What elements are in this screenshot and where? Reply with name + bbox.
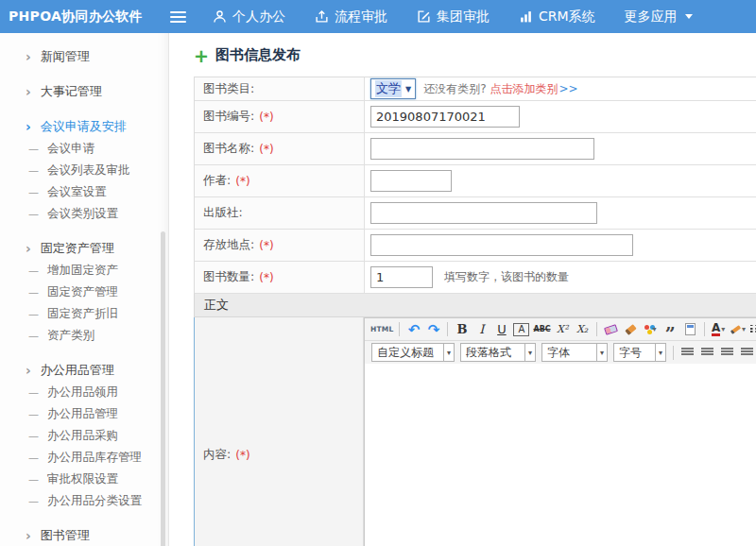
- sidebar-scrollbar[interactable]: [161, 231, 165, 546]
- dash-icon: —: [28, 264, 39, 277]
- sidebar-group-office-supplies[interactable]: › 办公用品管理: [0, 359, 168, 382]
- topbar-item-group-approval[interactable]: 集团审批: [417, 9, 490, 26]
- edit-square-icon: [417, 9, 431, 24]
- paragraph-format-select[interactable]: 段落格式 ▾: [460, 343, 536, 362]
- bold-button[interactable]: B: [454, 321, 470, 338]
- font-family-select[interactable]: 字体 ▾: [541, 343, 608, 362]
- form-row-book-name: 图书名称: (*): [195, 133, 756, 165]
- publisher-input[interactable]: [370, 202, 597, 224]
- sidebar-item-supplies-claim[interactable]: — 办公用品领用: [0, 382, 168, 403]
- chevron-right-icon: ›: [26, 50, 31, 63]
- add-category-link[interactable]: 点击添加类别: [490, 81, 558, 97]
- rich-text-editor: HTML ↶ ↷ B I U A ABC X² X₂ ▾ ”: [364, 317, 756, 546]
- user-icon: [213, 9, 227, 24]
- sidebar-item-asset-manage[interactable]: — 固定资产管理: [0, 282, 168, 303]
- dash-icon: —: [28, 208, 39, 220]
- align-left-icon: [681, 348, 694, 357]
- book-form: 图书类目: 文学 ▼ 还没有类别? 点击添加类别 >> 图书编号: (*): [194, 77, 756, 294]
- field-label-text: 图书编号:: [203, 109, 254, 125]
- paste-button[interactable]: [682, 321, 698, 338]
- align-center-button[interactable]: [699, 344, 715, 361]
- dash-icon: —: [28, 473, 39, 486]
- quantity-hint: 填写数字，该图书的数量: [444, 269, 569, 285]
- sidebar-group-label: 固定资产管理: [41, 240, 114, 257]
- sidebar-group-label: 大事记管理: [41, 83, 102, 100]
- quantity-input[interactable]: [370, 266, 433, 288]
- page-title-text: 图书信息发布: [215, 46, 301, 64]
- sidebar-item-asset-add[interactable]: — 增加固定资产: [0, 260, 168, 282]
- align-right-button[interactable]: [719, 344, 735, 361]
- undo-button[interactable]: ↶: [405, 321, 421, 338]
- sidebar-item-approval-permission[interactable]: — 审批权限设置: [0, 469, 168, 490]
- subscript-button[interactable]: X₂: [575, 321, 591, 338]
- sidebar-group-news[interactable]: › 新闻管理: [0, 45, 168, 68]
- sidebar-group-meeting[interactable]: › 会议申请及安排: [0, 115, 168, 138]
- strikethrough-button[interactable]: ABC: [533, 321, 550, 338]
- sidebar-group-books[interactable]: › 图书管理: [0, 524, 168, 546]
- toolbar-separator: [399, 322, 400, 336]
- sidebar-item-supplies-manage[interactable]: — 办公用品管理: [0, 403, 168, 425]
- align-justify-icon: [741, 348, 753, 357]
- font-color-button[interactable]: A▾: [711, 321, 727, 338]
- caret-down-icon: [685, 14, 693, 19]
- eraser-button[interactable]: [603, 321, 619, 338]
- caret-down-icon: ▾: [653, 325, 657, 333]
- format-painter-button[interactable]: ▾: [643, 321, 659, 338]
- field-value: 填写数字，该图书的数量: [365, 266, 756, 288]
- topbar-item-label: 更多应用: [625, 9, 678, 26]
- sidebar-group-fixed-assets[interactable]: › 固定资产管理: [0, 237, 168, 260]
- field-label-text: 图书类目:: [203, 81, 254, 97]
- topbar-item-crm-system[interactable]: CRM系统: [519, 9, 595, 26]
- topbar-item-personal-office[interactable]: 个人办公: [213, 9, 285, 26]
- sidebar-item-supplies-category[interactable]: — 办公用品分类设置: [0, 490, 168, 512]
- sidebar-item-asset-depreciation[interactable]: — 固定资产折旧: [0, 303, 168, 325]
- highlight-color-button[interactable]: ▾: [730, 321, 747, 338]
- sidebar-item-label: 会议列表及审批: [47, 162, 130, 179]
- field-label-text: 作者:: [203, 173, 231, 189]
- topbar-item-workflow-approval[interactable]: 流程审批: [315, 9, 387, 26]
- clean-format-button[interactable]: [623, 321, 639, 338]
- chevron-right-icon: ›: [26, 85, 31, 98]
- sidebar-item-asset-category[interactable]: — 资产类别: [0, 325, 168, 347]
- heading-select[interactable]: 自定义标题 ▾: [371, 343, 455, 362]
- field-label-text: 图书名称:: [203, 141, 254, 157]
- ordered-list-icon: [750, 325, 756, 334]
- blockquote-button[interactable]: ”: [662, 321, 679, 338]
- book-number-input[interactable]: [370, 106, 520, 128]
- sidebar-item-meeting-room-setting[interactable]: — 会议室设置: [0, 181, 168, 203]
- author-input[interactable]: [370, 170, 452, 192]
- add-category-arrows[interactable]: >>: [559, 82, 578, 95]
- sidebar-item-meeting-category-setting[interactable]: — 会议类别设置: [0, 203, 168, 225]
- sidebar-item-supplies-inventory[interactable]: — 办公用品库存管理: [0, 447, 168, 469]
- underline-button[interactable]: U: [493, 321, 509, 338]
- align-justify-button[interactable]: [739, 344, 755, 361]
- redo-button[interactable]: ↷: [425, 321, 441, 338]
- hamburger-menu-icon[interactable]: [170, 11, 186, 23]
- superscript-button[interactable]: X²: [555, 321, 571, 338]
- location-input[interactable]: [370, 234, 633, 256]
- field-value: [365, 202, 756, 224]
- topbar-nav: 个人办公 流程审批 集团审批 CRM系统 更多应用: [213, 9, 722, 26]
- book-name-input[interactable]: [370, 138, 594, 160]
- font-style-box-button[interactable]: A: [513, 323, 529, 336]
- upload-box-icon: [315, 9, 329, 24]
- dash-icon: —: [28, 308, 39, 320]
- sidebar-item-supplies-purchase[interactable]: — 办公用品采购: [0, 425, 168, 447]
- editor-content-area[interactable]: [364, 364, 756, 546]
- content-label-text: 内容:: [203, 447, 231, 463]
- sidebar-group-memorabilia[interactable]: › 大事记管理: [0, 80, 168, 103]
- form-row-category: 图书类目: 文学 ▼ 还没有类别? 点击添加类别 >>: [195, 77, 756, 101]
- font-size-select[interactable]: 字号 ▾: [613, 343, 666, 362]
- html-source-button[interactable]: HTML: [370, 321, 393, 338]
- book-category-select[interactable]: 文学 ▼: [370, 78, 416, 99]
- italic-button[interactable]: I: [473, 321, 490, 338]
- required-mark: (*): [259, 143, 273, 156]
- sidebar-item-meeting-list-approval[interactable]: — 会议列表及审批: [0, 160, 168, 181]
- sidebar-item-label: 办公用品采购: [47, 428, 118, 444]
- required-mark: (*): [259, 111, 273, 124]
- align-left-button[interactable]: [679, 344, 696, 361]
- sidebar-item-meeting-apply[interactable]: — 会议申请: [0, 138, 168, 160]
- topbar-item-more-apps[interactable]: 更多应用: [625, 9, 693, 26]
- field-value: 文学 ▼ 还没有类别? 点击添加类别 >>: [365, 78, 756, 99]
- ordered-list-button[interactable]: ▾: [750, 321, 756, 338]
